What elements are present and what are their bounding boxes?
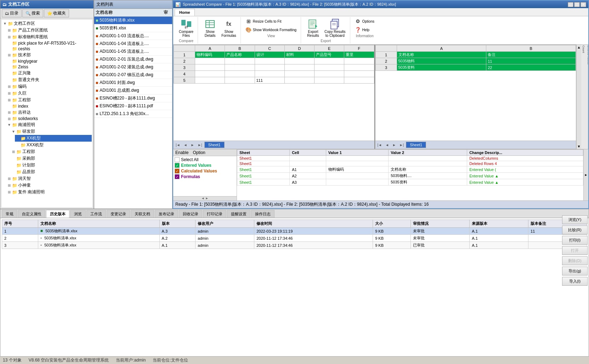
cell-F1[interactable]: 重里 bbox=[344, 52, 374, 58]
doc-item-0[interactable]: ■ 5035物料清单.xlsx bbox=[94, 17, 172, 24]
tab-recycle[interactable]: 回收记录 bbox=[179, 210, 202, 218]
right-sheet-grid[interactable]: A B 1 文档名称 备注 2 5035物料 11 bbox=[375, 45, 576, 141]
open-button[interactable]: 打开 bbox=[562, 246, 588, 255]
cell-E1[interactable]: 产品型号 bbox=[315, 52, 344, 58]
cell-F3[interactable] bbox=[344, 64, 374, 71]
close-button[interactable]: × bbox=[580, 2, 586, 7]
cell-A2[interactable] bbox=[195, 58, 225, 64]
toolbar-btn-directory[interactable]: 🗂 目录 bbox=[2, 9, 22, 17]
cell-rB3[interactable]: 22 bbox=[486, 64, 576, 71]
options-button[interactable]: ⚙ Options bbox=[354, 18, 376, 25]
cell-D4[interactable] bbox=[284, 71, 314, 77]
tree-item-17[interactable]: ⊞ 📁 小神童 bbox=[6, 182, 92, 189]
tree-item-3[interactable]: 📁 pick place for AF-RT5350-V21- bbox=[6, 40, 92, 46]
tree-item-14[interactable]: ⊞ 📁 吉祥达 bbox=[6, 109, 92, 116]
checkbox-calculated[interactable]: ✓ bbox=[175, 169, 180, 174]
minimize-button[interactable]: _ bbox=[568, 2, 573, 7]
tab-changes[interactable]: 变更记录 bbox=[107, 210, 130, 218]
show-details-button[interactable]: ShowDetails bbox=[202, 18, 219, 38]
tree-item-9[interactable]: 📁 普通文件夹 bbox=[6, 76, 92, 83]
tree-item-8[interactable]: 📁 正兴隆 bbox=[6, 70, 92, 76]
nav-prev-r[interactable]: ◄ bbox=[384, 142, 390, 148]
nav-last[interactable]: ►| bbox=[196, 142, 204, 148]
copy-results-button[interactable]: Copy Resultsto Clipboard bbox=[323, 18, 347, 38]
cell-C4[interactable] bbox=[255, 71, 284, 77]
compare-files-button[interactable]: ⇄ CompareFiles bbox=[177, 18, 195, 38]
toolbar-btn-search[interactable]: 🔍 搜索 bbox=[22, 9, 43, 17]
tree-item-xxjx[interactable]: 📁 XX机型 bbox=[15, 135, 92, 142]
tree-item-16[interactable]: ⊞ 📁 润天智 bbox=[6, 175, 92, 182]
sheet-tab-sheet1[interactable]: Sheet1 bbox=[204, 142, 225, 148]
checkbox-select-all[interactable] bbox=[175, 157, 180, 162]
cell-rA3[interactable]: 5035资料 bbox=[397, 64, 486, 71]
export-button[interactable]: 导出(g) bbox=[562, 267, 588, 275]
tree-item-15[interactable]: ⊞ 📁 solidworks bbox=[6, 116, 92, 121]
filter-scroll-bar[interactable]: ◄ ► bbox=[173, 196, 237, 200]
doc-item-10[interactable]: ■ ESINO槽220 - 副本1111.dwg bbox=[94, 95, 172, 102]
sheet-tab-sheet1-r[interactable]: Sheet1 bbox=[406, 142, 426, 148]
cell-rB2[interactable]: 11 bbox=[486, 58, 576, 64]
nav-first-r[interactable]: |◄ bbox=[376, 142, 384, 148]
tree-item-pinzhi[interactable]: 📁 品质部 bbox=[11, 169, 92, 175]
tree-item-yanfa[interactable]: ▼ 📁 研发部 bbox=[11, 128, 92, 135]
show-workbook-formatting-button[interactable]: 🎨 Show Workbook Formatting bbox=[244, 26, 298, 33]
cell-D1[interactable]: 材料 bbox=[284, 52, 314, 58]
tree-item-nanpu[interactable]: ▼ 📁 南浦照明 bbox=[6, 121, 92, 128]
browse-button[interactable]: 浏览(Y) bbox=[562, 215, 588, 224]
cell-C1[interactable]: 设计 bbox=[255, 52, 284, 58]
nav-prev[interactable]: ◄ bbox=[182, 142, 189, 148]
cell-B3[interactable] bbox=[225, 64, 255, 71]
doc-item-9[interactable]: ■ ADI1001 总成图.dwg bbox=[94, 87, 172, 95]
tree-item-6[interactable]: 📁 kinglygear bbox=[6, 58, 92, 64]
tree-item-root[interactable]: ▼ 📁 文档工作区 bbox=[2, 20, 92, 27]
doc-item-2[interactable]: ■ ADI1001-1-03 流道板总.... bbox=[94, 32, 172, 40]
tab-custom[interactable]: 自定义属性 bbox=[18, 210, 45, 218]
cell-B2[interactable] bbox=[225, 58, 255, 64]
tree-item-10[interactable]: ⊞ 📁 编码 bbox=[6, 83, 92, 90]
cell-C5[interactable]: 111 bbox=[255, 77, 284, 84]
doc-item-8[interactable]: ■ ADI1001 封面.dwg bbox=[94, 79, 172, 87]
import-button[interactable]: 导入(I) bbox=[562, 277, 588, 286]
cell-rA1[interactable]: 文档名称 bbox=[397, 52, 486, 58]
cell-D3[interactable] bbox=[284, 64, 314, 71]
doc-item-6[interactable]: ■ ADI1001-2-02 灌装总成.dwg bbox=[94, 63, 172, 71]
cell-A5[interactable] bbox=[195, 77, 225, 84]
show-formulas-button[interactable]: fx ShowFormulas bbox=[220, 18, 238, 38]
vertical-scrollbar[interactable]: ▲ ▼ bbox=[576, 45, 581, 149]
tree-item-12[interactable]: ⊞ 📁 工程部 bbox=[6, 97, 92, 103]
tab-oplog[interactable]: 操作日志 bbox=[251, 210, 274, 218]
cell-D5[interactable] bbox=[284, 77, 314, 84]
history-row-1[interactable]: 1 ■ 5035物料清单.xlsx A.3 admin 2022-03-23 1… bbox=[2, 228, 587, 235]
tab-normal[interactable]: 常规 bbox=[2, 210, 17, 218]
scroll-up[interactable]: ▲ bbox=[577, 45, 581, 49]
tree-item-13[interactable]: 📁 index bbox=[6, 103, 92, 109]
cell-F4[interactable] bbox=[344, 71, 374, 77]
results-expand[interactable]: ► bbox=[583, 149, 588, 200]
doc-item-5[interactable]: ■ ADI1001-2-01 压装总成.dwg bbox=[94, 56, 172, 63]
tab-history[interactable]: 历史版本 bbox=[46, 210, 69, 218]
cell-E3[interactable] bbox=[315, 64, 344, 71]
nav-last-r[interactable]: ►| bbox=[398, 142, 406, 148]
tree-item-caigou[interactable]: 📁 采购部 bbox=[11, 155, 92, 162]
nav-next-r[interactable]: ► bbox=[391, 142, 397, 148]
cell-F5[interactable] bbox=[344, 77, 374, 84]
left-sheet-grid[interactable]: A B C D E F 1 物料编码 产品名称 设计 bbox=[174, 45, 374, 141]
help-button[interactable]: ❓ Help bbox=[354, 26, 371, 33]
tree-item-jihua[interactable]: 📁 计划部 bbox=[11, 162, 92, 169]
resize-cells-button[interactable]: ⊞ Resize Cells to Fit bbox=[244, 18, 283, 25]
cell-C2[interactable] bbox=[255, 58, 284, 64]
tree-item-4[interactable]: 📁 ceshis bbox=[6, 46, 92, 52]
cell-A3[interactable] bbox=[195, 64, 225, 71]
export-results-button[interactable]: ExportResults bbox=[305, 18, 322, 38]
doc-item-3[interactable]: ■ ADI1001-1-04 流道板上.... bbox=[94, 40, 172, 48]
tree-item-gongcheng[interactable]: ⊞ 📁 工程部 bbox=[11, 148, 92, 155]
cell-B5[interactable] bbox=[225, 77, 255, 84]
tree-item-2[interactable]: ⊞ 📁 标准物料库图纸 bbox=[6, 34, 92, 40]
cell-rB1[interactable]: 备注 bbox=[486, 52, 576, 58]
cell-A1[interactable]: 物料编码 bbox=[195, 52, 225, 58]
filter-row-calculated[interactable]: ✓ Calculated Values bbox=[174, 168, 236, 174]
checkbox-formulas[interactable]: ✓ bbox=[175, 174, 180, 179]
restore-button[interactable]: □ bbox=[574, 2, 580, 7]
tab-publish[interactable]: 发布记录 bbox=[155, 210, 178, 218]
nav-first[interactable]: |◄ bbox=[174, 142, 182, 148]
